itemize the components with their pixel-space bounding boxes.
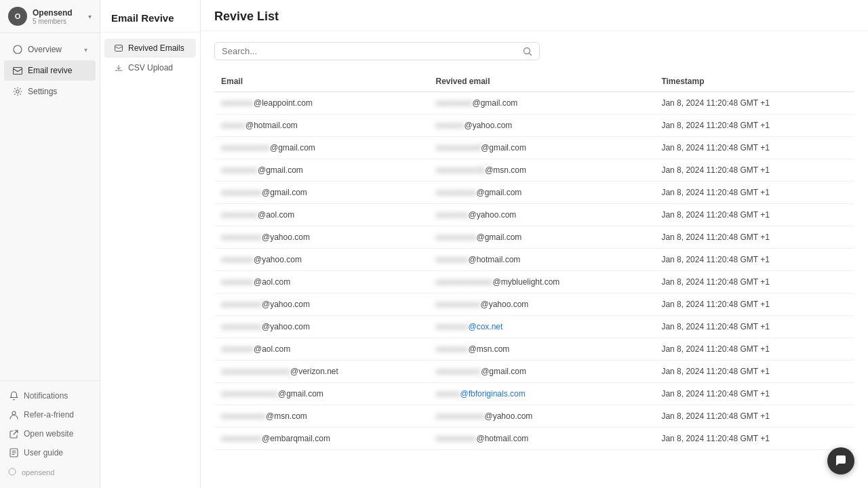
col-email: Email — [214, 71, 429, 92]
search-button[interactable] — [523, 47, 532, 56]
table-row: xxxxxxxxx@gmail.comxxxxxxxxxx1k@msn.comJ… — [214, 159, 854, 182]
notifications-label: Notifications — [24, 391, 68, 401]
overview-icon — [12, 44, 23, 55]
revived-email-cell: xxxxxxxx@yahoo.com — [429, 204, 654, 226]
opensend-icon — [8, 468, 18, 477]
sidebar-item-settings[interactable]: Settings — [4, 81, 96, 102]
timestamp-cell: Jan 8, 2024 11:20:48 GMT +1 — [654, 226, 854, 249]
timestamp-cell: Jan 8, 2024 11:20:48 GMT +1 — [654, 428, 854, 450]
table-body: xxxxxxxx@leappoint.comxxxxxxxxx@gmail.co… — [214, 92, 854, 450]
sidebar-item-settings-label: Settings — [28, 87, 87, 96]
revived-email-cell[interactable]: xxxxxx@fbforiginals.com — [429, 383, 654, 405]
col-revived: Revived email — [429, 71, 654, 92]
revived-email-cell: xxxxxxxxxx@gmail.com — [429, 226, 654, 249]
revived-email-cell: xxxxxxxxxx4@gmail.com — [429, 137, 654, 159]
sidebar-bottom-refer[interactable]: Refer-a-friend — [0, 405, 100, 424]
table-row: xxxxxxxx@yahoo.comxxxxxxxx@hotmail.comJa… — [214, 249, 854, 271]
table-row: xxxxxxxxxx@yahoo.comxxxxxxxxxx@gmail.com… — [214, 226, 854, 249]
sidebar-item-overview-label: Overview — [28, 45, 84, 54]
sub-sidebar: Email Revive Revived Emails CSV Upload — [100, 0, 201, 488]
sub-sidebar-csv-upload-label: CSV Upload — [128, 63, 173, 73]
sidebar-item-email-revive-label: Email revive — [28, 66, 87, 75]
org-avatar: O — [8, 7, 27, 26]
overview-chevron-icon: ▾ — [84, 46, 87, 54]
revived-email-cell: xxxxxxxxxx1@gmail.com — [429, 361, 654, 383]
revived-email-cell[interactable]: xxxxxxxx@cox.net — [429, 316, 654, 338]
sub-sidebar-revived-emails-label: Revived Emails — [128, 43, 184, 53]
email-cell: xxxxxxxxxxxx@gmail.com — [214, 137, 429, 159]
sidebar-item-overview[interactable]: Overview ▾ — [4, 39, 96, 60]
main-header: Revive List — [201, 0, 868, 31]
revived-email-link[interactable]: @fbforiginals.com — [460, 389, 525, 399]
revived-email-cell: xxxxxxxx@hotmail.com — [429, 249, 654, 271]
revived-email-cell: xxxxxxxxxxxxxx@mybluelight.com — [429, 271, 654, 293]
search-input[interactable] — [222, 46, 523, 56]
sidebar-bottom-user-guide[interactable]: User guide — [0, 443, 100, 462]
org-info: Opensend 5 members — [33, 8, 88, 25]
refer-label: Refer-a-friend — [24, 410, 74, 420]
sub-sidebar-nav: Revived Emails CSV Upload — [100, 33, 200, 83]
sub-sidebar-item-csv-upload[interactable]: CSV Upload — [104, 58, 196, 77]
revived-email-cell: xxxxxxxxxx@hotmail.com — [429, 428, 654, 450]
table-row: xxxxxxxxx@aol.comxxxxxxxx@yahoo.comJan 8… — [214, 204, 854, 226]
notifications-icon — [8, 390, 19, 401]
open-website-label: Open website — [24, 429, 73, 439]
svg-point-5 — [9, 468, 16, 475]
email-cell: xxxxxxxxxx@gmail.com — [214, 182, 429, 204]
sidebar-bottom: Notifications Refer-a-friend Open websit… — [0, 380, 100, 488]
table-row: xxxxxxxx@leappoint.comxxxxxxxxx@gmail.co… — [214, 92, 854, 115]
email-cell: xxxxxxxxxxxxxxxxx@verizon.net — [214, 361, 429, 383]
email-cell: xxxxxxxx@aol.com — [214, 271, 429, 293]
email-cell: xxxxxxxxxx@yahoo.com — [214, 226, 429, 249]
chat-button[interactable] — [827, 447, 854, 474]
revived-email-link[interactable]: @cox.net — [468, 322, 502, 331]
sidebar: O Opensend 5 members ▾ Overview ▾ Email … — [0, 0, 100, 488]
csv-upload-icon — [114, 63, 123, 73]
table-row: xxxxxxxxxx@yahoo.comxxxxxxxx@cox.netJan … — [214, 316, 854, 338]
org-chevron-icon: ▾ — [88, 13, 92, 20]
opensend-branding-label: opensend — [22, 468, 54, 476]
table-row: xxxxxxxx@aol.comxxxxxxxx@msn.comJan 8, 2… — [214, 338, 854, 361]
table-row: xxxxxxxxxxxxxx@gmail.comxxxxxx@fbforigin… — [214, 383, 854, 405]
revived-email-cell: xxxxxxxxx@gmail.com — [429, 92, 654, 115]
main-content: Revive List Email Revived email Timestam… — [201, 0, 868, 488]
email-cell: xxxxxxxxxxx@msn.com — [214, 405, 429, 428]
table-row: xxxxxxxx@aol.comxxxxxxxxxxxxxx@mybluelig… — [214, 271, 854, 293]
svg-rect-1 — [14, 67, 22, 74]
timestamp-cell: Jan 8, 2024 11:20:48 GMT +1 — [654, 383, 854, 405]
table-row: xxxxxxxxxx@embarqmail.comxxxxxxxxxx@hotm… — [214, 428, 854, 450]
user-guide-label: User guide — [24, 448, 63, 458]
timestamp-cell: Jan 8, 2024 11:20:48 GMT +1 — [654, 159, 854, 182]
org-name: Opensend — [33, 8, 88, 18]
timestamp-cell: Jan 8, 2024 11:20:48 GMT +1 — [654, 137, 854, 159]
email-cell: xxxxxxxxx@aol.com — [214, 204, 429, 226]
refer-icon — [8, 409, 19, 420]
col-timestamp: Timestamp — [654, 71, 854, 92]
search-bar — [214, 42, 540, 60]
email-cell: xxxxxxxxxx@yahoo.com — [214, 293, 429, 316]
email-cell: xxxxxxxxx@gmail.com — [214, 159, 429, 182]
sidebar-nav: Overview ▾ Email revive Settings — [0, 33, 100, 380]
timestamp-cell: Jan 8, 2024 11:20:48 GMT +1 — [654, 115, 854, 137]
revived-email-cell: xxxxxxxxxxx@yahoo.com — [429, 293, 654, 316]
email-cell: xxxxxx@hotmail.com — [214, 115, 429, 137]
open-website-icon — [8, 428, 19, 439]
revived-email-cell: xxxxxxxxxxxx@yahoo.com — [429, 405, 654, 428]
email-cell: xxxxxxxxxxxxxx@gmail.com — [214, 383, 429, 405]
sub-sidebar-title: Email Revive — [100, 0, 200, 33]
user-guide-icon — [8, 447, 19, 458]
sidebar-bottom-notifications[interactable]: Notifications — [0, 386, 100, 405]
org-members: 5 members — [33, 18, 88, 25]
sidebar-item-email-revive[interactable]: Email revive — [4, 60, 96, 81]
org-selector[interactable]: O Opensend 5 members ▾ — [0, 0, 100, 33]
revived-email-cell: xxxxxxxxxx1k@msn.com — [429, 159, 654, 182]
opensend-branding[interactable]: opensend — [0, 462, 100, 483]
timestamp-cell: Jan 8, 2024 11:20:48 GMT +1 — [654, 338, 854, 361]
table-row: xxxxxxxxxxx@msn.comxxxxxxxxxxxx@yahoo.co… — [214, 405, 854, 428]
sidebar-bottom-open-website[interactable]: Open website — [0, 424, 100, 443]
svg-point-0 — [14, 45, 22, 54]
timestamp-cell: Jan 8, 2024 11:20:48 GMT +1 — [654, 249, 854, 271]
timestamp-cell: Jan 8, 2024 11:20:48 GMT +1 — [654, 316, 854, 338]
sub-sidebar-item-revived-emails[interactable]: Revived Emails — [104, 39, 196, 58]
table-header: Email Revived email Timestamp — [214, 71, 854, 92]
